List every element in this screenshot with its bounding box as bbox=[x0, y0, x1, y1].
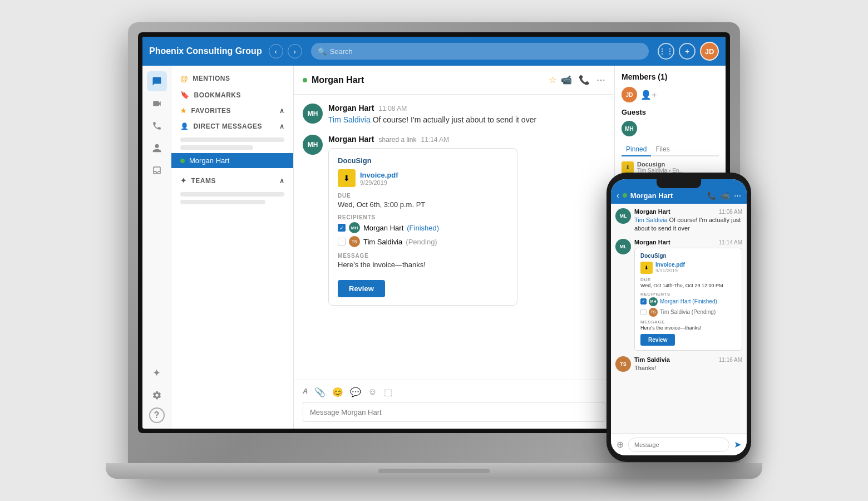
phone-recipient-name-2: Tim Saldivia (Pending) bbox=[660, 309, 716, 315]
recipient-2-avatar: TS bbox=[349, 236, 360, 247]
video-call-icon[interactable]: 📹 bbox=[561, 75, 572, 85]
phone-msg-text-1: Tim Saldivia Of course! I'm actually jus… bbox=[634, 216, 742, 233]
teams-placeholder-2 bbox=[180, 200, 265, 204]
chat-contact-name: Morgan Hart bbox=[312, 75, 544, 85]
dm-header[interactable]: 👤 DIRECT MESSAGES ∧ bbox=[171, 119, 293, 134]
rail-integrations[interactable]: ✦ bbox=[147, 363, 167, 383]
dm-icon: 👤 bbox=[180, 122, 189, 130]
app-header: Phoenix Consulting Group ‹ › 🔍 Search ⋮⋮… bbox=[142, 37, 726, 66]
pinned-brand: Docusign bbox=[637, 161, 684, 168]
rail-help[interactable]: ? bbox=[149, 407, 165, 423]
phone-cb-1: ✓ bbox=[640, 298, 647, 304]
docusign-file-info: Invoice.pdf 9/29/2019 bbox=[360, 171, 398, 186]
bookmarks-item[interactable]: 🔖 BOOKMARKS bbox=[171, 87, 293, 103]
rail-phone[interactable] bbox=[147, 116, 167, 136]
nav-forward-button[interactable]: › bbox=[288, 44, 302, 58]
msg-avatar-mh2: MH bbox=[303, 135, 323, 155]
gif-icon[interactable]: ☺ bbox=[368, 387, 377, 397]
phone-avatar-3: TS bbox=[615, 356, 631, 372]
review-button[interactable]: Review bbox=[338, 280, 385, 297]
pinned-item: ⬇ Docusign Tim Saldivia • En... bbox=[622, 161, 719, 174]
phone-more-icon[interactable]: ⋯ bbox=[734, 191, 741, 200]
teams-header[interactable]: ✦ TEAMS ∧ bbox=[171, 173, 293, 189]
nav-back-button[interactable]: ‹ bbox=[269, 44, 283, 58]
pinned-docusign-icon: ⬇ bbox=[622, 161, 634, 174]
phone-card-icon: ⬇ bbox=[640, 262, 653, 274]
grid-button[interactable]: ⋮⋮ bbox=[658, 43, 674, 60]
phone-msg-author-1: Morgan Hart bbox=[634, 208, 670, 215]
phone-screen: ‹ Morgan Hart 📞 📹 ⋯ ML bbox=[611, 179, 747, 455]
dm-name: Morgan Hart bbox=[189, 156, 229, 165]
chat-header-actions: 📹 📞 ⋯ bbox=[561, 75, 605, 85]
phone-message-label: MESSAGE bbox=[640, 320, 736, 325]
favorites-chevron: ∧ bbox=[279, 107, 285, 115]
favorites-label: FAVORITES bbox=[191, 107, 231, 115]
phone-avatar-2: ML bbox=[615, 239, 631, 254]
message-row: MH Morgan Hart 11:08 AM Tim Saldivia Of … bbox=[303, 104, 605, 126]
phone-send-icon[interactable]: ➤ bbox=[734, 439, 741, 450]
phone-msg-2: ML Morgan Hart 11:14 AM DocuSign ⬇ bbox=[615, 239, 742, 351]
mentions-label: MENTIONS bbox=[193, 75, 230, 82]
rail-people[interactable] bbox=[147, 138, 167, 158]
more-options-icon[interactable]: ⋯ bbox=[596, 75, 605, 85]
icon-rail: ✦ ? bbox=[142, 66, 171, 429]
phone-msg-content-3: Tim Saldivia 11:16 AM Thanks! bbox=[634, 356, 742, 372]
msg-header-2: Morgan Hart shared a link 11:14 AM bbox=[328, 135, 605, 144]
phone-msg-content-2: Morgan Hart 11:14 AM DocuSign ⬇ Invoice.… bbox=[634, 239, 742, 351]
msg-time-2: 11:14 AM bbox=[421, 136, 450, 144]
guest-row: MH bbox=[622, 121, 719, 136]
mentions-item[interactable]: @ MENTIONS bbox=[171, 70, 293, 87]
add-member-icon[interactable]: 👤+ bbox=[640, 90, 657, 100]
rail-messages[interactable] bbox=[147, 71, 167, 91]
tab-pinned[interactable]: Pinned bbox=[622, 143, 651, 156]
add-button[interactable]: + bbox=[679, 43, 696, 60]
msg-text-1: Tim Saldivia Of course! I'm actually jus… bbox=[328, 114, 605, 126]
chat-input-area: A 📎 😊 💬 ☺ ⬚ bbox=[294, 380, 614, 429]
phone-add-icon[interactable]: ⊕ bbox=[617, 439, 624, 450]
chat-online-dot bbox=[303, 78, 307, 82]
phone-msg-time-3: 11:16 AM bbox=[719, 357, 742, 363]
phone-recipient-2: TS Tim Saldivia (Pending) bbox=[640, 308, 736, 317]
rail-settings[interactable] bbox=[147, 385, 167, 405]
voice-call-icon[interactable]: 📞 bbox=[579, 75, 590, 85]
phone-message-input[interactable] bbox=[628, 438, 729, 452]
search-placeholder: Search bbox=[330, 47, 353, 56]
phone-mini-avatar-2: TS bbox=[649, 308, 658, 317]
phone-mini-avatar-1: MH bbox=[649, 297, 658, 306]
user-avatar[interactable]: JD bbox=[700, 42, 719, 61]
code-icon[interactable]: ⬚ bbox=[384, 387, 392, 397]
favorites-header[interactable]: ★ FAVORITES ∧ bbox=[171, 103, 293, 119]
phone-due-value: Wed, Oct 14th-Thu, Oct 29 12:00 PM bbox=[640, 283, 736, 288]
docusign-filename: Invoice.pdf bbox=[360, 171, 398, 179]
phone-call-icon[interactable]: 📞 bbox=[707, 191, 716, 200]
bookmarks-label: BOOKMARKS bbox=[194, 91, 241, 99]
phone-back-icon[interactable]: ‹ bbox=[617, 191, 619, 200]
teams-placeholder-1 bbox=[180, 192, 284, 197]
format-icon[interactable]: A bbox=[303, 387, 308, 397]
message-text: Here's the invoice—thanks! bbox=[338, 261, 508, 269]
rail-video[interactable] bbox=[147, 94, 167, 114]
favorite-star-icon[interactable]: ☆ bbox=[549, 75, 556, 85]
phone-video-icon[interactable]: 📹 bbox=[721, 191, 729, 200]
rail-inbox[interactable] bbox=[147, 160, 167, 180]
message-input[interactable] bbox=[303, 402, 605, 422]
member-row: JD 👤+ bbox=[622, 87, 719, 102]
emoji-icon[interactable]: 😊 bbox=[332, 387, 343, 397]
phone-recipient-1: ✓ MH Morgan Hart (Finished) bbox=[640, 297, 736, 306]
tab-files[interactable]: Files bbox=[651, 143, 674, 155]
phone-file-info: Invoice.pdf 9/11/2019 bbox=[655, 262, 685, 273]
message-row-2: MH Morgan Hart shared a link 11:14 AM bbox=[303, 135, 605, 306]
phone-review-button[interactable]: Review bbox=[640, 334, 675, 346]
dm-morgan-hart[interactable]: Morgan Hart bbox=[171, 153, 293, 168]
workspace-title: Phoenix Consulting Group bbox=[149, 46, 262, 56]
dm-label: DIRECT MESSAGES bbox=[194, 122, 263, 130]
online-indicator bbox=[180, 159, 185, 163]
attach-icon[interactable]: 📎 bbox=[314, 387, 326, 397]
phone-notch bbox=[657, 179, 701, 188]
mention-icon[interactable]: 💬 bbox=[350, 387, 361, 397]
phone-message-text: Here's the invoice—thanks! bbox=[640, 325, 736, 331]
laptop-base bbox=[106, 463, 762, 479]
search-bar[interactable]: 🔍 Search bbox=[311, 43, 649, 60]
msg-content-2: Morgan Hart shared a link 11:14 AM DocuS… bbox=[328, 135, 605, 306]
docusign-file-date: 9/29/2019 bbox=[360, 179, 398, 186]
